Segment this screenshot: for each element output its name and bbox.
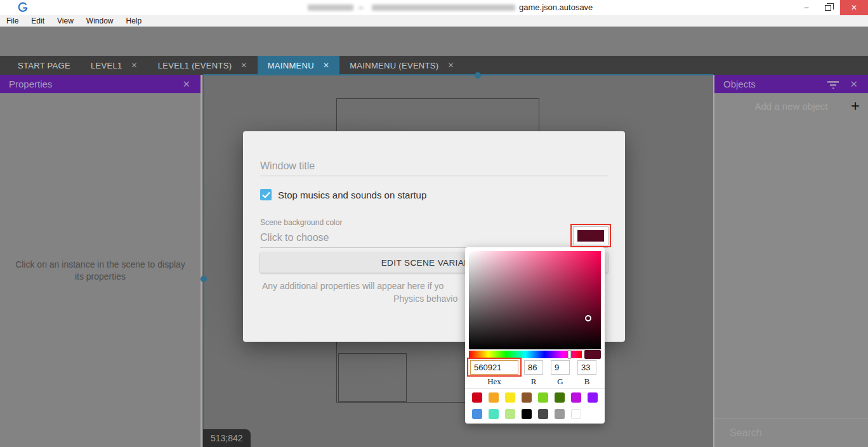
green-label: G (548, 377, 573, 387)
menu-view[interactable]: View (51, 16, 80, 25)
close-icon[interactable]: ✕ (181, 79, 192, 90)
menu-edit[interactable]: Edit (25, 16, 51, 25)
hex-label: Hex (482, 377, 507, 387)
preset-color-swatch[interactable] (538, 409, 548, 419)
tab-close-icon[interactable]: ✕ (447, 61, 454, 70)
annotation-highlight-swatch (570, 224, 611, 247)
red-label: R (521, 377, 546, 387)
annotation-highlight-hex-input (467, 358, 522, 377)
close-icon[interactable]: ✕ (848, 79, 859, 90)
tab-close-icon[interactable]: ✕ (240, 61, 247, 70)
saturation-marker[interactable] (585, 315, 591, 321)
tab-label: MAINMENU (EVENTS) (350, 61, 438, 70)
preset-color-swatch[interactable] (472, 392, 482, 403)
window-title-field-underline (260, 176, 608, 176)
menu-file[interactable]: File (0, 16, 25, 25)
tab-close-icon[interactable]: ✕ (323, 61, 329, 70)
editor-tab-bar: START PAGE LEVEL1✕ LEVEL1 (EVENTS)✕ MAIN… (0, 56, 868, 75)
properties-panel: Properties ✕ Click on an instance in the… (0, 75, 202, 447)
add-object-row[interactable]: Add a new object + (714, 93, 868, 119)
stop-sounds-checkbox[interactable] (260, 189, 272, 200)
properties-panel-header: Properties ✕ (0, 75, 201, 93)
objects-panel: Objects ✕ Add a new object + (713, 75, 868, 447)
color-picker-popup: Hex R G B (465, 247, 605, 424)
tab-level1[interactable]: LEVEL1✕ (81, 56, 148, 75)
preset-swatch-row-1 (472, 392, 605, 403)
dialog-helper-text-line1: Any additional properties will appear he… (262, 281, 444, 291)
current-color-swatch (584, 350, 601, 359)
tab-start-page[interactable]: START PAGE (8, 56, 81, 75)
redacted-title-segment (308, 4, 353, 11)
gdevelop-window: game.json.autosave – ✕ File Edit View Wi… (0, 0, 868, 447)
tab-label: LEVEL1 (91, 61, 122, 70)
preset-color-swatch[interactable] (522, 409, 532, 419)
stop-sounds-label[interactable]: Stop musics and sounds on startup (278, 190, 426, 200)
redacted-title-segment (372, 4, 515, 11)
scene-window-border-top (203, 74, 713, 75)
preset-color-swatch[interactable] (505, 409, 515, 419)
scene-border-handle-top[interactable] (475, 72, 481, 79)
preset-color-swatch[interactable] (538, 392, 548, 403)
saturation-value-area[interactable] (469, 251, 601, 349)
preset-color-swatch[interactable] (571, 392, 581, 403)
menu-window[interactable]: Window (80, 16, 120, 25)
check-icon (262, 191, 270, 198)
properties-empty-message: Click on an instance in the scene to dis… (0, 259, 201, 283)
cursor-coordinates-badge: 513;842 (203, 429, 251, 447)
main-toolbar: 1:1 (0, 27, 868, 56)
green-input[interactable] (551, 360, 570, 375)
blue-label: B (574, 377, 600, 387)
tab-label: MAINMENU (268, 61, 314, 70)
objects-panel-title: Objects (723, 79, 756, 89)
menu-bar: File Edit View Window Help (0, 15, 868, 27)
minimize-button[interactable]: – (796, 0, 817, 15)
title-bar: game.json.autosave – ✕ (0, 0, 868, 15)
dialog-helper-text-line2: Physics behavio (393, 294, 457, 304)
tab-label: LEVEL1 (EVENTS) (158, 61, 232, 70)
preset-color-swatch[interactable] (472, 409, 482, 419)
preset-color-swatch[interactable] (522, 392, 532, 403)
tab-label: START PAGE (18, 61, 70, 70)
gdevelop-logo-icon (17, 2, 29, 13)
restore-icon (825, 5, 831, 11)
filter-icon[interactable] (827, 80, 839, 89)
preset-color-swatch[interactable] (489, 392, 499, 403)
redacted-title-segment (358, 7, 364, 9)
objects-panel-header: Objects ✕ (714, 75, 868, 93)
scene-background-color-label: Scene background color (260, 218, 342, 227)
background-color-field-placeholder[interactable]: Click to choose (260, 232, 329, 243)
add-object-plus-icon[interactable]: + (843, 97, 868, 115)
properties-panel-title: Properties (9, 79, 52, 89)
blue-input[interactable] (577, 360, 596, 375)
tab-close-icon[interactable]: ✕ (131, 61, 137, 70)
search-input[interactable] (730, 427, 861, 439)
scene-border-handle-left[interactable] (201, 276, 207, 282)
window-title-field-placeholder[interactable]: Window title (260, 160, 315, 172)
add-object-label: Add a new object (714, 101, 843, 112)
menu-help[interactable]: Help (120, 16, 148, 25)
hue-slider-marker[interactable] (568, 350, 571, 359)
preset-color-swatch[interactable] (571, 409, 581, 419)
preset-color-swatch[interactable] (505, 392, 515, 403)
tab-mainmenu[interactable]: MAINMENU✕ (258, 56, 340, 75)
scene-object-rectangle-small[interactable] (338, 353, 407, 402)
preset-color-swatch[interactable] (588, 392, 598, 403)
red-input[interactable] (524, 360, 543, 375)
tab-level1-events[interactable]: LEVEL1 (EVENTS)✕ (148, 56, 258, 75)
objects-search-row (714, 418, 868, 447)
window-title-text: game.json.autosave (519, 3, 593, 12)
tab-mainmenu-events[interactable]: MAINMENU (EVENTS)✕ (339, 56, 464, 75)
preset-color-swatch[interactable] (489, 409, 499, 419)
close-button[interactable]: ✕ (840, 0, 868, 15)
preset-color-swatch[interactable] (555, 409, 565, 419)
restore-button[interactable] (817, 0, 839, 15)
preset-color-swatch[interactable] (555, 392, 565, 403)
scene-window-border-left (203, 74, 204, 447)
preset-swatch-row-2 (472, 409, 605, 419)
picker-divider (465, 388, 605, 389)
